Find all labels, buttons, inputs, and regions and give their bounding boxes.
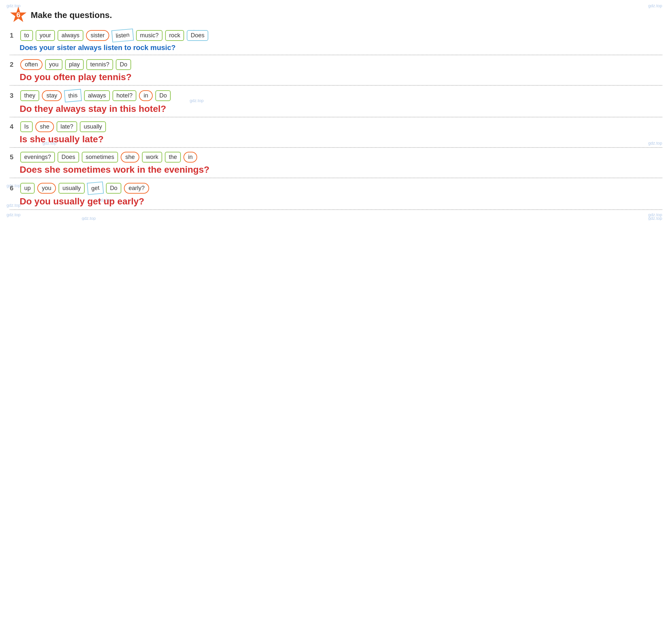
word-do-2: Do: [116, 59, 131, 70]
word-stay: stay: [42, 90, 62, 101]
word-get: get: [87, 182, 104, 195]
word-always-1: always: [57, 30, 83, 41]
divider-2: [10, 85, 662, 86]
word-hotel: hotel?: [113, 90, 136, 101]
word-your: your: [35, 30, 55, 41]
word-rock: rock: [165, 30, 184, 41]
word-this: this: [64, 89, 82, 102]
star-badge: 6: [10, 6, 27, 24]
divider-6: [10, 209, 662, 210]
ex-num-6: 6: [10, 185, 18, 192]
word-the-5: the: [165, 152, 181, 163]
word-often: often: [20, 59, 43, 70]
divider-1: [10, 55, 662, 55]
word-to: to: [20, 30, 33, 41]
exercise-5: 5 evenings? Does sometimes she work the …: [10, 152, 662, 178]
word-in-3: in: [139, 90, 153, 101]
answer-1: Does your sister always listen to rock m…: [20, 44, 662, 52]
ex-num-3: 3: [10, 92, 18, 99]
divider-4: [10, 147, 662, 148]
word-you-6: you: [37, 183, 56, 194]
word-you-2: you: [45, 59, 63, 70]
word-sometimes: sometimes: [82, 152, 118, 163]
ex-num-2: 2: [10, 61, 18, 68]
exercise-header: 6 Make the questions.: [10, 6, 662, 24]
exercise-6-words: 6 up you usually get Do early?: [10, 182, 662, 194]
exercise-2: 2 often you play tennis? Do Do you often…: [10, 59, 662, 86]
word-sister: sister: [86, 30, 109, 41]
word-usually-6: usually: [58, 183, 85, 194]
word-she-4: she: [35, 121, 54, 132]
answer-3: Do they always stay in this hotel?: [20, 104, 662, 114]
exercise-1: 1 to your always sister listen music? ro…: [10, 29, 662, 55]
word-late: late?: [56, 121, 77, 132]
word-up: up: [20, 183, 35, 194]
word-usually-4: usually: [80, 121, 106, 132]
word-do-6: Do: [106, 183, 121, 194]
ex-num-1: 1: [10, 32, 18, 39]
answer-2: Do you often play tennis?: [20, 72, 662, 82]
word-listen: listen: [112, 28, 134, 43]
exercise-3: 3 they stay this always hotel? in Do Do …: [10, 90, 662, 117]
word-they: they: [20, 90, 39, 101]
answer-5: Does she sometimes work in the evenings?: [20, 165, 662, 175]
word-evenings: evenings?: [20, 152, 55, 163]
word-does-1: Does: [187, 30, 208, 41]
word-music: music?: [136, 30, 163, 41]
word-play: play: [65, 59, 84, 70]
exercise-4-words: 4 Is she late? usually: [10, 121, 662, 132]
exercise-4: 4 Is she late? usually Is she usually la…: [10, 121, 662, 148]
watermark-9: gdz.top: [82, 216, 96, 220]
word-this-wrap: this: [65, 90, 81, 102]
ex-num-5: 5: [10, 153, 18, 161]
ex-num-4: 4: [10, 123, 18, 130]
watermark-10: gdz.top: [648, 216, 662, 220]
exercise-6: 6 up you usually get Do early? Do you us…: [10, 182, 662, 210]
word-always-3: always: [84, 90, 110, 101]
word-do-3: Do: [155, 90, 171, 101]
exercise-5-words: 5 evenings? Does sometimes she work the …: [10, 152, 662, 163]
word-work: work: [142, 152, 162, 163]
answer-6: Do you usually get up early?: [20, 196, 662, 207]
answer-4: Is she usually late?: [20, 134, 662, 145]
exercise-3-words: 3 they stay this always hotel? in Do: [10, 90, 662, 102]
word-get-wrap: get: [87, 182, 103, 194]
word-in-5: in: [184, 152, 197, 163]
watermark-18: gdz.top: [6, 212, 21, 217]
watermark-17: gdz.top: [648, 212, 662, 217]
word-is-4: Is: [20, 121, 33, 132]
exercise-1-words: 1 to your always sister listen music? ro…: [10, 29, 662, 42]
exercise-number: 6: [16, 11, 20, 19]
word-she-5: she: [121, 152, 139, 163]
exercise-2-words: 2 often you play tennis? Do: [10, 59, 662, 70]
word-tennis: tennis?: [86, 59, 113, 70]
word-early: early?: [124, 183, 149, 194]
word-listen-wrap: listen: [112, 29, 134, 42]
divider-5: [10, 177, 662, 178]
divider-3: [10, 117, 662, 117]
word-does-5: Does: [57, 152, 79, 163]
header-title: Make the questions.: [31, 10, 112, 20]
